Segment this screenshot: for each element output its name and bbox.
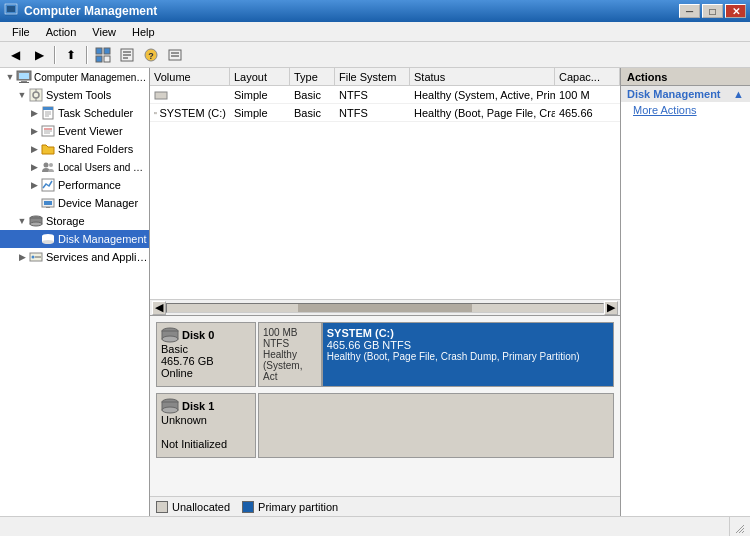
list-body: Simple Basic NTFS Healthy (System, Activ… — [150, 86, 620, 299]
legend-unalloc-box — [156, 501, 168, 513]
svg-rect-49 — [154, 112, 157, 114]
tree-performance[interactable]: ▶ Performance — [0, 176, 149, 194]
menu-file[interactable]: File — [4, 24, 38, 40]
svg-rect-2 — [5, 15, 17, 16]
cell-volume-1: SYSTEM (C:) — [150, 104, 230, 121]
disk0-part1-status: Healthy (Boot, Page File, Crash Dump, Pr… — [327, 351, 609, 362]
tree-shared-folders[interactable]: ▶ Shared Folders — [0, 140, 149, 158]
tree-disk-management[interactable]: Disk Management — [0, 230, 149, 248]
performance-icon — [40, 177, 56, 193]
tree-local-users[interactable]: ▶ Local Users and Groups — [0, 158, 149, 176]
tree-systemtools-label: System Tools — [46, 89, 111, 101]
tree-root[interactable]: ▼ Computer Management (Local — [0, 68, 149, 86]
disk0-label: Disk 0 Basic 465.76 GB Online — [156, 322, 256, 387]
disk0-partition-system[interactable]: SYSTEM (C:) 465.66 GB NTFS Healthy (Boot… — [323, 323, 613, 386]
toolbar: ◀ ▶ ⬆ ? — [0, 42, 750, 68]
legend-primary-box — [242, 501, 254, 513]
properties-button[interactable] — [116, 45, 138, 65]
list-view: Volume Layout Type File System Status Ca… — [150, 68, 620, 316]
tree-toggle-sf: ▶ — [28, 144, 40, 154]
actions-header: Actions — [621, 68, 750, 86]
svg-point-34 — [49, 163, 53, 167]
svg-point-33 — [44, 163, 49, 168]
tree-toggle-ev: ▶ — [28, 126, 40, 136]
content-panel: Volume Layout Type File System Status Ca… — [150, 68, 620, 516]
extra-button[interactable] — [164, 45, 186, 65]
svg-rect-19 — [19, 82, 29, 83]
svg-rect-48 — [155, 92, 167, 99]
disk0-part0-size: 100 MB NTFS — [263, 327, 317, 349]
actions-section-diskmgmt[interactable]: Disk Management ▲ — [621, 86, 750, 102]
toolbar-separator-1 — [54, 46, 56, 64]
show-hide-button[interactable] — [92, 45, 114, 65]
toolbar-separator-2 — [86, 46, 88, 64]
back-button[interactable]: ◀ — [4, 45, 26, 65]
tree-toggle-lug: ▶ — [28, 162, 40, 172]
horizontal-scrollbar[interactable]: ◀ ▶ — [150, 299, 620, 315]
devicemgr-icon — [40, 195, 56, 211]
up-button[interactable]: ⬆ — [60, 45, 82, 65]
col-header-type[interactable]: Type — [290, 68, 335, 85]
disk0-partition-unalloc[interactable]: 100 MB NTFS Healthy (System, Act — [259, 323, 323, 386]
title-bar: Computer Management ─ □ ✕ — [0, 0, 750, 22]
tree-toggle-storage: ▼ — [16, 216, 28, 226]
minimize-button[interactable]: ─ — [679, 4, 700, 18]
main-container: ▼ Computer Management (Local ▼ — [0, 68, 750, 516]
scroll-left-btn[interactable]: ◀ — [152, 301, 166, 315]
close-button[interactable]: ✕ — [725, 4, 746, 18]
tree-root-label: Computer Management (Local — [34, 72, 149, 83]
help-toolbar-button[interactable]: ? — [140, 45, 162, 65]
status-panel-1 — [4, 517, 730, 536]
legend-unallocated: Unallocated — [156, 501, 230, 513]
status-text — [8, 521, 11, 533]
list-row[interactable]: SYSTEM (C:) Simple Basic NTFS Healthy (B… — [150, 104, 620, 122]
disk0-partitions: 100 MB NTFS Healthy (System, Act SYSTEM … — [258, 322, 614, 387]
forward-button[interactable]: ▶ — [28, 45, 50, 65]
col-header-capacity[interactable]: Capac... — [555, 68, 620, 85]
tree-services-apps[interactable]: ▶ Services and Applications — [0, 248, 149, 266]
svg-rect-4 — [104, 48, 110, 54]
col-header-volume[interactable]: Volume — [150, 68, 230, 85]
scroll-right-btn[interactable]: ▶ — [604, 301, 618, 315]
tree-system-tools[interactable]: ▼ System Tools — [0, 86, 149, 104]
svg-point-41 — [30, 222, 42, 226]
scroll-thumb — [298, 304, 472, 312]
disk1-label: Disk 1 Unknown Not Initialized — [156, 393, 256, 458]
tree-devicemgr-label: Device Manager — [58, 197, 138, 209]
tree-panel: ▼ Computer Management (Local ▼ — [0, 68, 150, 516]
cell-volume-0 — [150, 86, 230, 103]
cell-layout-0: Simple — [230, 86, 290, 103]
list-row[interactable]: Simple Basic NTFS Healthy (System, Activ… — [150, 86, 620, 104]
event-icon — [40, 123, 56, 139]
svg-point-55 — [162, 407, 178, 413]
maximize-button[interactable]: □ — [702, 4, 723, 18]
computer-icon — [16, 69, 32, 85]
tree-device-manager[interactable]: Device Manager — [0, 194, 149, 212]
tree-toggle-root: ▼ — [4, 72, 16, 82]
menu-view[interactable]: View — [84, 24, 124, 40]
tree-taskscheduler-label: Task Scheduler — [58, 107, 133, 119]
menu-action[interactable]: Action — [38, 24, 85, 40]
disk0-part1-size: 465.66 GB NTFS — [327, 339, 609, 351]
more-actions-link[interactable]: More Actions — [621, 102, 750, 118]
scroll-track[interactable] — [166, 303, 604, 313]
disk0-status: Online — [161, 367, 251, 379]
disk1-size — [161, 426, 251, 438]
tree-event-viewer[interactable]: ▶ Event Viewer — [0, 122, 149, 140]
tree-task-scheduler[interactable]: ▶ Task Scheduler — [0, 104, 149, 122]
status-resize-grip[interactable] — [730, 521, 746, 533]
col-header-filesystem[interactable]: File System — [335, 68, 410, 85]
tree-storage[interactable]: ▼ Storage — [0, 212, 149, 230]
menu-help[interactable]: Help — [124, 24, 163, 40]
diskmanagement-icon — [40, 231, 56, 247]
legend-bar: Unallocated Primary partition — [150, 496, 620, 516]
cell-capacity-1: 465.66 — [555, 104, 620, 121]
disk-map-area: Disk 0 Basic 465.76 GB Online 100 MB NTF… — [150, 316, 620, 496]
cell-status-1: Healthy (Boot, Page File, Crash Dump, Pr… — [410, 104, 555, 121]
svg-point-44 — [42, 240, 54, 244]
menu-bar: File Action View Help — [0, 22, 750, 42]
legend-primary-label: Primary partition — [258, 501, 338, 513]
col-header-status[interactable]: Status — [410, 68, 555, 85]
svg-rect-17 — [19, 73, 29, 79]
col-header-layout[interactable]: Layout — [230, 68, 290, 85]
